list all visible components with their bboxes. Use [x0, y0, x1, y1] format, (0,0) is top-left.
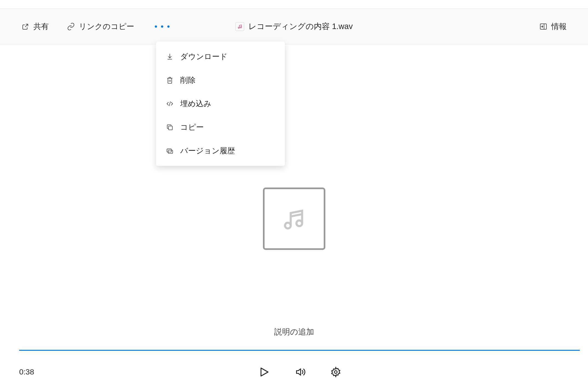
- download-icon: [165, 52, 174, 61]
- speaker-icon: [295, 367, 306, 377]
- progress-bar-fill: [19, 350, 580, 351]
- dropdown-item-label: 埋め込み: [180, 99, 211, 109]
- play-button[interactable]: [255, 363, 273, 381]
- link-icon: [67, 22, 75, 31]
- copy-link-label: リンクのコピー: [79, 21, 134, 32]
- audio-thumbnail: [263, 188, 325, 250]
- copy-icon: [165, 123, 174, 132]
- svg-rect-4: [167, 149, 171, 152]
- svg-rect-5: [168, 150, 173, 154]
- toolbar-right: 情報: [537, 19, 569, 34]
- dropdown-item-version-history[interactable]: バージョン履歴: [156, 139, 285, 163]
- toolbar-left: 共有 リンクのコピー • • •: [19, 19, 175, 34]
- dropdown-item-download[interactable]: ダウンロード: [156, 45, 285, 68]
- ellipsis-icon: • • •: [154, 22, 170, 31]
- toolbar: 共有 リンクのコピー • • • レコーディングの内容 1.wav: [0, 9, 588, 44]
- info-panel-icon: [539, 22, 547, 31]
- more-options-dropdown: ダウンロード 削除 埋め込み コピ: [156, 42, 285, 166]
- dropdown-item-embed[interactable]: 埋め込み: [156, 92, 285, 116]
- version-history-icon: [165, 146, 174, 155]
- dropdown-item-label: 削除: [180, 75, 196, 85]
- code-icon: [165, 99, 174, 108]
- more-options-button[interactable]: • • •: [150, 19, 175, 34]
- svg-rect-3: [168, 126, 172, 130]
- dropdown-item-copy[interactable]: コピー: [156, 116, 285, 139]
- dropdown-item-label: バージョン履歴: [180, 146, 235, 156]
- elapsed-time: 0:38: [19, 368, 34, 376]
- share-label: 共有: [33, 21, 49, 32]
- dropdown-item-label: ダウンロード: [180, 51, 228, 62]
- progress-bar[interactable]: [19, 350, 580, 351]
- add-description-label: 説明の追加: [274, 327, 314, 336]
- share-icon: [21, 22, 30, 31]
- player-controls: 0:38: [19, 357, 580, 387]
- settings-button[interactable]: [328, 364, 344, 380]
- gear-icon: [330, 367, 341, 377]
- play-icon: [258, 366, 270, 378]
- top-divider: [0, 0, 588, 9]
- file-title-area: レコーディングの内容 1.wav: [235, 21, 353, 32]
- info-label: 情報: [551, 21, 567, 32]
- copy-link-button[interactable]: リンクのコピー: [65, 19, 136, 34]
- audio-file-icon: [235, 22, 244, 31]
- svg-point-8: [334, 371, 337, 373]
- trash-icon: [165, 76, 174, 85]
- dropdown-item-delete[interactable]: 削除: [156, 68, 285, 92]
- share-button[interactable]: 共有: [19, 19, 51, 34]
- preview-area: 説明の追加: [0, 45, 588, 392]
- music-note-icon: [280, 205, 308, 232]
- info-button[interactable]: 情報: [537, 19, 569, 34]
- add-description-button[interactable]: 説明の追加: [274, 327, 314, 338]
- center-controls: [255, 363, 344, 381]
- dropdown-item-label: コピー: [180, 122, 204, 132]
- file-name: レコーディングの内容 1.wav: [248, 21, 353, 32]
- volume-button[interactable]: [292, 364, 308, 380]
